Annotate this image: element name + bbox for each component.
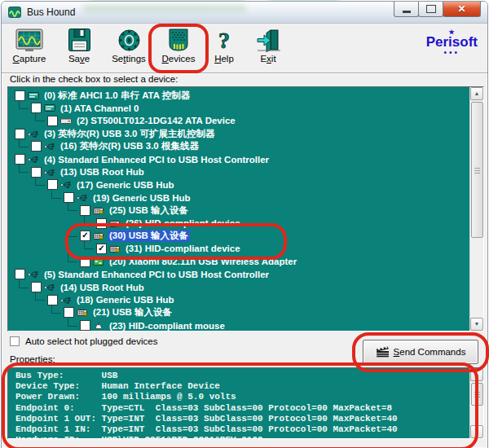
device-checkbox[interactable]: [15, 269, 25, 279]
tree-scrollbar[interactable]: ▲ ▼: [469, 87, 483, 331]
device-checkbox[interactable]: [31, 282, 42, 292]
device-checkbox[interactable]: ✓: [80, 231, 90, 241]
device-label[interactable]: (21) USB 输入设备: [91, 306, 174, 318]
device-label[interactable]: (3) 英特尔(R) USB 3.0 可扩展主机控制器: [42, 128, 217, 140]
exit-button[interactable]: Exit: [252, 27, 284, 64]
device-checkbox[interactable]: [47, 116, 58, 126]
toolbar: Capture Save Settings Devices: [2, 24, 487, 73]
devices-label: Devices: [162, 54, 196, 64]
device-label[interactable]: (20) Xiaomi 802.11n USB Wireless Adapter: [108, 257, 298, 266]
tree-connector: [68, 229, 77, 237]
tree-item[interactable]: (26) HID-compliant device: [8, 217, 470, 230]
tree-item[interactable]: (5) Standard Enhanced PCI to USB Host Co…: [8, 268, 470, 281]
devices-button[interactable]: Devices: [161, 27, 196, 64]
device-checkbox[interactable]: [47, 179, 58, 190]
tree-item[interactable]: (16) 英特尔(R) USB 3.0 根集线器: [8, 140, 470, 153]
tree-item[interactable]: (14) USB Root Hub: [8, 281, 470, 294]
capture-button[interactable]: Capture: [11, 27, 47, 64]
tree-item[interactable]: ✓(31) HID-compliant device: [8, 242, 470, 255]
device-label[interactable]: (18) Generic USB Hub: [75, 295, 176, 305]
device-label[interactable]: (16) 英特尔(R) USB 3.0 根集线器: [59, 140, 200, 152]
send-commands-label: Send Commands: [394, 347, 466, 357]
tree-item[interactable]: (13) USB Root Hub: [8, 165, 470, 178]
brand-logo: ★Perisoft •••: [426, 34, 478, 55]
properties-scrollbar-thumb[interactable]: [471, 383, 483, 406]
close-button[interactable]: ✕: [443, 2, 481, 17]
device-label[interactable]: (31) HID-compliant device: [124, 244, 242, 253]
device-label[interactable]: (4) Standard Enhanced PCI to USB Host Co…: [42, 155, 271, 165]
device-label[interactable]: (2) ST500LT012-1DG142 ATA Device: [75, 116, 237, 125]
tree-connector: [51, 305, 61, 314]
save-button[interactable]: Save: [61, 27, 97, 64]
properties-label: Properties:: [10, 354, 55, 364]
tree-item[interactable]: ✓(30) USB 输入设备: [8, 230, 470, 243]
hid-device-icon: [109, 244, 121, 253]
device-label[interactable]: (23) HID-compliant mouse: [108, 321, 227, 331]
brand-dots: •••: [426, 51, 478, 55]
tree-item[interactable]: (4) Standard Enhanced PCI to USB Host Co…: [8, 153, 470, 166]
device-label[interactable]: (5) Standard Enhanced PCI to USB Host Co…: [42, 270, 271, 279]
tree-connector: [68, 203, 77, 211]
device-checkbox[interactable]: [31, 141, 42, 152]
send-commands-button[interactable]: Send Commands: [363, 340, 478, 364]
device-checkbox[interactable]: ✓: [96, 244, 107, 254]
tree-item[interactable]: (17) Generic USB Hub: [8, 178, 470, 191]
tree-item[interactable]: (25) USB 输入设备: [8, 204, 470, 217]
scroll-up-icon[interactable]: ▲: [470, 368, 483, 381]
tree-item[interactable]: (2) ST500LT012-1DG142 ATA Device: [8, 114, 470, 127]
device-label[interactable]: (25) USB 输入设备: [108, 204, 190, 217]
device-checkbox[interactable]: [80, 205, 90, 216]
device-checkbox[interactable]: [15, 129, 25, 139]
device-tree[interactable]: (0) 标准 AHCI 1.0 串行 ATA 控制器(1) ATA Channe…: [7, 86, 484, 332]
device-label[interactable]: (14) USB Root Hub: [59, 283, 146, 292]
tree-item[interactable]: (3) 英特尔(R) USB 3.0 可扩展主机控制器: [8, 127, 470, 140]
tree-item[interactable]: (21) USB 输入设备: [8, 306, 470, 319]
properties-scrollbar[interactable]: ▲ ▼: [469, 368, 483, 438]
settings-button[interactable]: Settings: [111, 27, 147, 64]
device-checkbox[interactable]: [31, 103, 42, 113]
tree-item[interactable]: (18) Generic USB Hub: [8, 293, 470, 306]
device-label[interactable]: (0) 标准 AHCI 1.0 串行 ATA 控制器: [42, 90, 192, 102]
devices-chip-icon: [166, 27, 191, 53]
tree-item[interactable]: (23) HID-compliant mouse: [8, 319, 470, 331]
scroll-down-icon[interactable]: ▼: [470, 318, 483, 331]
tree-item[interactable]: (19) Generic USB Hub: [8, 191, 470, 204]
device-checkbox[interactable]: [64, 192, 74, 203]
net-device-icon: [93, 257, 105, 266]
window-title: Bus Hound: [27, 7, 75, 18]
device-checkbox[interactable]: [96, 218, 107, 229]
device-label[interactable]: (1) ATA Channel 0: [59, 103, 140, 113]
device-checkbox[interactable]: [80, 320, 90, 331]
minimize-button[interactable]: [394, 2, 419, 17]
device-checkbox[interactable]: [64, 307, 74, 318]
device-checkbox[interactable]: [15, 90, 25, 101]
device-label[interactable]: (30) USB 输入设备: [108, 230, 190, 242]
title-bar[interactable]: Bus Hound ✕: [2, 2, 487, 24]
auto-select-checkbox[interactable]: [10, 336, 20, 346]
tree-connector: [84, 216, 94, 224]
device-label[interactable]: (17) Generic USB Hub: [75, 180, 176, 190]
property-line: Endpoint 1 IN: Type=INT Class=03 SubClas…: [15, 424, 467, 435]
scroll-up-icon[interactable]: ▲: [470, 87, 483, 100]
tree-item[interactable]: (0) 标准 AHCI 1.0 串行 ATA 控制器: [8, 89, 470, 102]
device-label[interactable]: (19) Generic USB Hub: [91, 193, 192, 203]
hid-device-icon: [77, 308, 89, 317]
maximize-button[interactable]: [418, 2, 443, 17]
help-button[interactable]: ? Help: [210, 27, 238, 64]
property-line: Hardware ID: USB\VID_C251&PID_2201&REV_0…: [15, 435, 467, 439]
tree-scrollbar-thumb[interactable]: [471, 102, 483, 238]
tree-item[interactable]: (1) ATA Channel 0: [8, 102, 470, 115]
device-label[interactable]: (13) USB Root Hub: [59, 167, 146, 177]
device-label[interactable]: (26) HID-compliant device: [124, 218, 242, 228]
hid-device-icon: [93, 206, 105, 215]
device-checkbox[interactable]: [80, 257, 90, 267]
device-checkbox[interactable]: [31, 167, 42, 178]
capture-label: Capture: [13, 54, 46, 64]
scroll-down-icon[interactable]: ▼: [470, 425, 483, 438]
tree-connector: [19, 280, 29, 288]
tree-item[interactable]: (20) Xiaomi 802.11n USB Wireless Adapter: [8, 255, 470, 268]
device-checkbox[interactable]: [15, 154, 25, 165]
tree-connector: [19, 101, 29, 109]
settings-label: Settings: [112, 54, 146, 64]
device-checkbox[interactable]: [47, 295, 58, 305]
